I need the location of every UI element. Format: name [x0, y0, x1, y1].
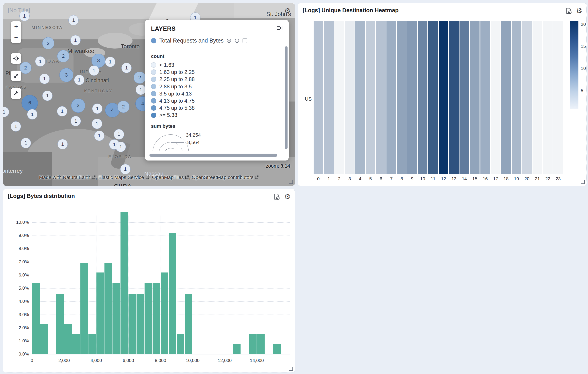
attribution-link[interactable]: OpenStreetMap contributors — [192, 175, 259, 180]
heatmap-cell[interactable] — [407, 21, 417, 174]
histogram-bar[interactable] — [120, 212, 128, 354]
histogram-bar[interactable] — [233, 344, 241, 354]
heatmap-cell[interactable] — [460, 21, 469, 174]
map-canvas[interactable]: MINNESOTAMilwaukeeTorontoIOWAINDIANACinc… — [3, 3, 295, 186]
cluster-marker[interactable]: 1 — [92, 119, 102, 129]
heatmap-cell[interactable] — [533, 21, 542, 174]
cluster-marker[interactable]: 1 — [74, 75, 84, 85]
heatmap-cell[interactable] — [418, 21, 427, 174]
cluster-marker[interactable]: 1 — [136, 85, 146, 95]
heatmap-cell[interactable] — [376, 21, 386, 174]
cluster-marker[interactable]: 1 — [89, 65, 99, 76]
cluster-marker[interactable]: 6 — [21, 95, 38, 111]
histogram-bar[interactable] — [185, 294, 192, 354]
panel-settings-button[interactable]: ⚙ — [283, 192, 292, 201]
histogram-bar[interactable] — [40, 324, 48, 354]
cluster-marker[interactable]: 1 — [21, 138, 31, 148]
histogram-bar[interactable] — [177, 334, 184, 354]
zoom-out-button[interactable]: − — [11, 32, 21, 43]
cluster-marker[interactable]: 2 — [117, 101, 130, 113]
attribution-link[interactable]: OpenMapTiles — [152, 175, 189, 180]
expand-button[interactable] — [11, 71, 21, 81]
heatmap-cell[interactable] — [491, 21, 501, 174]
library-badge-button[interactable] — [272, 192, 282, 201]
heatmap-cell[interactable] — [543, 21, 553, 174]
histogram-bar[interactable] — [72, 334, 80, 354]
cluster-marker[interactable]: 1 — [105, 57, 115, 67]
histogram-bar[interactable] — [56, 294, 64, 354]
histogram-bar[interactable] — [249, 334, 257, 354]
heatmap-cell[interactable] — [397, 21, 407, 174]
cluster-marker[interactable]: 1 — [39, 74, 49, 84]
cluster-marker[interactable]: 1 — [57, 139, 68, 149]
resize-handle[interactable] — [289, 180, 293, 184]
layer-checkbox[interactable] — [242, 38, 247, 43]
histogram-bar[interactable] — [153, 283, 160, 354]
heatmap-cell[interactable] — [512, 21, 521, 174]
tools-button[interactable] — [11, 88, 21, 99]
histogram-bar[interactable] — [145, 283, 152, 354]
heatmap-cell[interactable] — [501, 21, 511, 174]
cluster-marker[interactable]: 1 — [121, 63, 132, 73]
heatmap-cell[interactable] — [480, 21, 490, 174]
histogram-bar[interactable] — [64, 324, 72, 354]
cluster-marker[interactable]: 2 — [42, 37, 54, 49]
heatmap-cell[interactable] — [334, 21, 344, 174]
heatmap-cell[interactable] — [314, 21, 323, 174]
cluster-marker[interactable]: 1 — [120, 164, 131, 174]
heatmap-cell[interactable] — [355, 21, 365, 174]
panel-settings-button[interactable]: ⚙ — [283, 6, 292, 16]
attribution-link[interactable]: Made with NaturalEarth — [39, 175, 95, 180]
histogram-bar[interactable] — [257, 334, 265, 354]
zoom-in-button[interactable]: + — [11, 21, 21, 32]
histogram-bar[interactable] — [161, 272, 168, 354]
attribution-link[interactable]: Elastic Maps Service — [98, 175, 149, 180]
histogram-bar[interactable] — [169, 233, 176, 354]
cluster-marker[interactable]: 1 — [27, 109, 37, 119]
heatmap-cell[interactable] — [366, 21, 375, 174]
cluster-marker[interactable]: 1 — [3, 107, 9, 117]
cluster-marker[interactable]: 1 — [68, 15, 79, 25]
resize-handle[interactable] — [289, 367, 293, 371]
heatmap-cell[interactable] — [345, 21, 354, 174]
cluster-marker[interactable]: 3 — [59, 68, 73, 82]
histogram-bar[interactable] — [105, 263, 112, 354]
cluster-marker[interactable]: 1 — [114, 129, 124, 139]
cluster-marker[interactable]: 1 — [71, 116, 81, 126]
heatmap-cell[interactable] — [324, 21, 334, 174]
histogram-bar[interactable] — [32, 283, 40, 354]
cluster-marker[interactable]: 1 — [116, 142, 126, 152]
histogram-bar[interactable] — [88, 334, 96, 354]
heatmap-cell[interactable] — [470, 21, 480, 174]
cluster-marker[interactable]: 1 — [42, 91, 52, 101]
vertical-scrollbar[interactable] — [285, 46, 288, 149]
histogram-bar[interactable] — [113, 283, 120, 354]
histogram-bar[interactable] — [80, 263, 88, 354]
cluster-marker[interactable]: 1 — [94, 131, 105, 141]
histogram-bar[interactable] — [128, 294, 136, 354]
heatmap-cell[interactable] — [449, 21, 459, 174]
cluster-marker[interactable]: 1 — [11, 121, 21, 132]
heatmap-cell[interactable] — [387, 21, 396, 174]
heatmap-cell[interactable] — [428, 21, 438, 174]
heatmap-cell[interactable] — [439, 21, 448, 174]
layer-row[interactable]: Total Requests and Bytes — [145, 35, 289, 48]
panel-settings-button[interactable]: ⚙ — [574, 6, 584, 16]
histogram-bar[interactable] — [96, 272, 104, 354]
heatmap-cell[interactable] — [522, 21, 532, 174]
fit-to-data-button[interactable] — [11, 53, 21, 64]
cluster-marker[interactable]: 1 — [70, 35, 81, 45]
cluster-marker[interactable]: 1 — [57, 106, 67, 116]
heatmap-cell[interactable] — [553, 21, 563, 174]
cluster-marker[interactable]: 2 — [57, 50, 70, 62]
resize-handle[interactable] — [581, 180, 585, 184]
horizontal-scrollbar[interactable] — [149, 154, 277, 157]
library-badge-button[interactable] — [564, 6, 574, 16]
cluster-marker[interactable]: 1 — [92, 104, 103, 114]
histogram-bar[interactable] — [273, 344, 281, 354]
cluster-marker[interactable]: 2 — [134, 72, 146, 84]
cluster-marker[interactable]: 1 — [35, 56, 45, 67]
cluster-marker[interactable]: 3 — [71, 99, 85, 113]
histogram-bar[interactable] — [136, 294, 144, 354]
collapse-layers-button[interactable] — [276, 24, 283, 33]
